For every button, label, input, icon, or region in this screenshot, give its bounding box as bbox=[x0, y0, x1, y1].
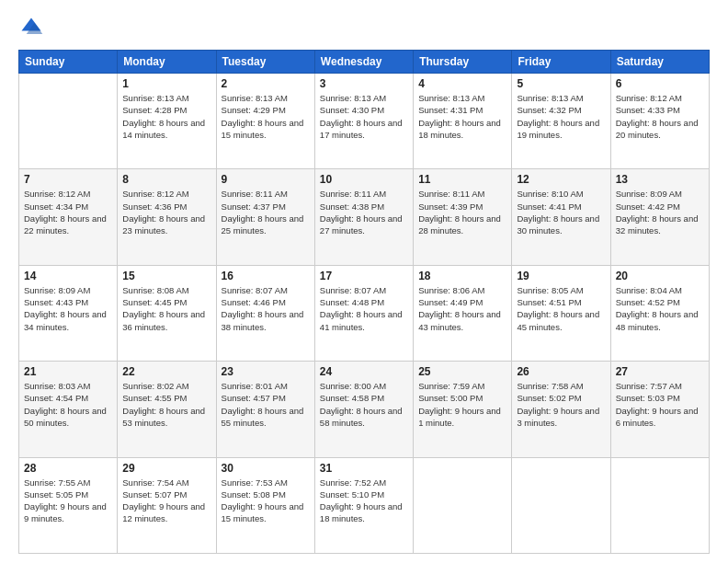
day-number: 12 bbox=[517, 173, 605, 186]
day-number: 15 bbox=[122, 270, 210, 282]
calendar-cell: 22Sunrise: 8:02 AM Sunset: 4:55 PM Dayli… bbox=[118, 362, 216, 457]
calendar-cell bbox=[610, 457, 709, 553]
calendar-cell: 30Sunrise: 7:53 AM Sunset: 5:08 PM Dayli… bbox=[216, 457, 314, 553]
weekday-header-friday: Friday bbox=[512, 51, 610, 74]
day-info: Sunrise: 8:12 AM Sunset: 4:34 PM Dayligh… bbox=[24, 188, 112, 236]
day-number: 29 bbox=[122, 462, 210, 475]
day-number: 27 bbox=[616, 365, 704, 378]
day-info: Sunrise: 8:10 AM Sunset: 4:41 PM Dayligh… bbox=[517, 188, 605, 236]
day-info: Sunrise: 8:11 AM Sunset: 4:37 PM Dayligh… bbox=[222, 188, 310, 236]
header bbox=[18, 15, 710, 40]
calendar-cell: 26Sunrise: 7:58 AM Sunset: 5:02 PM Dayli… bbox=[512, 362, 610, 457]
page: SundayMondayTuesdayWednesdayThursdayFrid… bbox=[0, 0, 728, 563]
day-number: 1 bbox=[122, 77, 210, 90]
day-info: Sunrise: 7:59 AM Sunset: 5:00 PM Dayligh… bbox=[418, 380, 506, 429]
day-info: Sunrise: 8:02 AM Sunset: 4:55 PM Dayligh… bbox=[122, 380, 210, 429]
day-number: 28 bbox=[24, 462, 112, 475]
calendar-cell: 11Sunrise: 8:11 AM Sunset: 4:39 PM Dayli… bbox=[414, 169, 512, 265]
weekday-header-saturday: Saturday bbox=[610, 51, 709, 74]
day-info: Sunrise: 8:12 AM Sunset: 4:36 PM Dayligh… bbox=[122, 188, 210, 236]
calendar-cell bbox=[19, 74, 118, 169]
day-number: 31 bbox=[320, 462, 408, 475]
calendar-cell: 6Sunrise: 8:12 AM Sunset: 4:33 PM Daylig… bbox=[610, 74, 709, 169]
day-info: Sunrise: 8:13 AM Sunset: 4:31 PM Dayligh… bbox=[418, 92, 506, 141]
calendar-cell: 7Sunrise: 8:12 AM Sunset: 4:34 PM Daylig… bbox=[19, 169, 118, 265]
day-info: Sunrise: 8:13 AM Sunset: 4:32 PM Dayligh… bbox=[517, 92, 605, 141]
calendar-table: SundayMondayTuesdayWednesdayThursdayFrid… bbox=[18, 50, 710, 554]
day-number: 9 bbox=[222, 173, 310, 186]
day-number: 22 bbox=[122, 365, 210, 378]
day-info: Sunrise: 7:54 AM Sunset: 5:07 PM Dayligh… bbox=[122, 477, 210, 525]
day-number: 2 bbox=[222, 77, 310, 90]
day-info: Sunrise: 8:03 AM Sunset: 4:54 PM Dayligh… bbox=[24, 380, 112, 429]
day-info: Sunrise: 7:53 AM Sunset: 5:08 PM Dayligh… bbox=[222, 477, 310, 525]
calendar-cell: 24Sunrise: 8:00 AM Sunset: 4:58 PM Dayli… bbox=[314, 362, 413, 457]
day-number: 6 bbox=[616, 77, 704, 90]
day-number: 8 bbox=[122, 173, 210, 186]
calendar-week-row: 28Sunrise: 7:55 AM Sunset: 5:05 PM Dayli… bbox=[19, 457, 710, 553]
calendar-week-row: 21Sunrise: 8:03 AM Sunset: 4:54 PM Dayli… bbox=[19, 362, 710, 457]
day-info: Sunrise: 8:04 AM Sunset: 4:52 PM Dayligh… bbox=[616, 284, 704, 333]
logo-icon bbox=[18, 15, 44, 40]
day-number: 30 bbox=[222, 462, 310, 475]
day-info: Sunrise: 7:58 AM Sunset: 5:02 PM Dayligh… bbox=[517, 380, 605, 429]
calendar-cell: 8Sunrise: 8:12 AM Sunset: 4:36 PM Daylig… bbox=[118, 169, 216, 265]
logo bbox=[18, 15, 48, 40]
calendar-cell: 28Sunrise: 7:55 AM Sunset: 5:05 PM Dayli… bbox=[19, 457, 118, 553]
day-number: 5 bbox=[517, 77, 605, 90]
day-info: Sunrise: 7:57 AM Sunset: 5:03 PM Dayligh… bbox=[616, 380, 704, 429]
calendar-cell: 13Sunrise: 8:09 AM Sunset: 4:42 PM Dayli… bbox=[610, 169, 709, 265]
day-number: 11 bbox=[418, 173, 506, 186]
day-info: Sunrise: 8:01 AM Sunset: 4:57 PM Dayligh… bbox=[222, 380, 310, 429]
day-number: 3 bbox=[320, 77, 408, 90]
day-number: 25 bbox=[418, 365, 506, 378]
day-number: 7 bbox=[24, 173, 112, 186]
day-number: 23 bbox=[222, 365, 310, 378]
calendar-cell: 20Sunrise: 8:04 AM Sunset: 4:52 PM Dayli… bbox=[610, 265, 709, 361]
weekday-header-thursday: Thursday bbox=[414, 51, 512, 74]
day-number: 21 bbox=[24, 365, 112, 378]
calendar-cell bbox=[512, 457, 610, 553]
weekday-header-tuesday: Tuesday bbox=[216, 51, 314, 74]
day-info: Sunrise: 8:07 AM Sunset: 4:46 PM Dayligh… bbox=[222, 284, 310, 333]
calendar-header: SundayMondayTuesdayWednesdayThursdayFrid… bbox=[19, 51, 710, 74]
calendar-cell: 25Sunrise: 7:59 AM Sunset: 5:00 PM Dayli… bbox=[414, 362, 512, 457]
day-info: Sunrise: 8:07 AM Sunset: 4:48 PM Dayligh… bbox=[320, 284, 408, 333]
calendar-cell: 16Sunrise: 8:07 AM Sunset: 4:46 PM Dayli… bbox=[216, 265, 314, 361]
weekday-header-row: SundayMondayTuesdayWednesdayThursdayFrid… bbox=[19, 51, 710, 74]
calendar-cell: 4Sunrise: 8:13 AM Sunset: 4:31 PM Daylig… bbox=[414, 74, 512, 169]
calendar-cell: 15Sunrise: 8:08 AM Sunset: 4:45 PM Dayli… bbox=[118, 265, 216, 361]
calendar-cell: 27Sunrise: 7:57 AM Sunset: 5:03 PM Dayli… bbox=[610, 362, 709, 457]
day-number: 26 bbox=[517, 365, 605, 378]
day-number: 14 bbox=[24, 270, 112, 282]
day-info: Sunrise: 8:08 AM Sunset: 4:45 PM Dayligh… bbox=[122, 284, 210, 333]
day-number: 18 bbox=[418, 270, 506, 282]
day-number: 4 bbox=[418, 77, 506, 90]
day-info: Sunrise: 8:06 AM Sunset: 4:49 PM Dayligh… bbox=[418, 284, 506, 333]
calendar-cell: 3Sunrise: 8:13 AM Sunset: 4:30 PM Daylig… bbox=[314, 74, 413, 169]
calendar-cell bbox=[414, 457, 512, 553]
calendar-cell: 18Sunrise: 8:06 AM Sunset: 4:49 PM Dayli… bbox=[414, 265, 512, 361]
day-number: 17 bbox=[320, 270, 408, 282]
day-number: 13 bbox=[616, 173, 704, 186]
weekday-header-wednesday: Wednesday bbox=[314, 51, 413, 74]
calendar-cell: 29Sunrise: 7:54 AM Sunset: 5:07 PM Dayli… bbox=[118, 457, 216, 553]
day-info: Sunrise: 8:11 AM Sunset: 4:38 PM Dayligh… bbox=[320, 188, 408, 236]
day-info: Sunrise: 8:13 AM Sunset: 4:29 PM Dayligh… bbox=[222, 92, 310, 141]
calendar-cell: 12Sunrise: 8:10 AM Sunset: 4:41 PM Dayli… bbox=[512, 169, 610, 265]
day-number: 20 bbox=[616, 270, 704, 282]
calendar-cell: 31Sunrise: 7:52 AM Sunset: 5:10 PM Dayli… bbox=[314, 457, 413, 553]
calendar-week-row: 7Sunrise: 8:12 AM Sunset: 4:34 PM Daylig… bbox=[19, 169, 710, 265]
day-info: Sunrise: 8:12 AM Sunset: 4:33 PM Dayligh… bbox=[616, 92, 704, 141]
day-info: Sunrise: 8:09 AM Sunset: 4:42 PM Dayligh… bbox=[616, 188, 704, 236]
calendar-cell: 9Sunrise: 8:11 AM Sunset: 4:37 PM Daylig… bbox=[216, 169, 314, 265]
calendar-cell: 5Sunrise: 8:13 AM Sunset: 4:32 PM Daylig… bbox=[512, 74, 610, 169]
calendar-body: 1Sunrise: 8:13 AM Sunset: 4:28 PM Daylig… bbox=[19, 74, 710, 554]
day-number: 24 bbox=[320, 365, 408, 378]
calendar-cell: 23Sunrise: 8:01 AM Sunset: 4:57 PM Dayli… bbox=[216, 362, 314, 457]
calendar-cell: 14Sunrise: 8:09 AM Sunset: 4:43 PM Dayli… bbox=[19, 265, 118, 361]
calendar-cell: 1Sunrise: 8:13 AM Sunset: 4:28 PM Daylig… bbox=[118, 74, 216, 169]
weekday-header-monday: Monday bbox=[118, 51, 216, 74]
calendar-cell: 10Sunrise: 8:11 AM Sunset: 4:38 PM Dayli… bbox=[314, 169, 413, 265]
day-info: Sunrise: 7:52 AM Sunset: 5:10 PM Dayligh… bbox=[320, 477, 408, 525]
